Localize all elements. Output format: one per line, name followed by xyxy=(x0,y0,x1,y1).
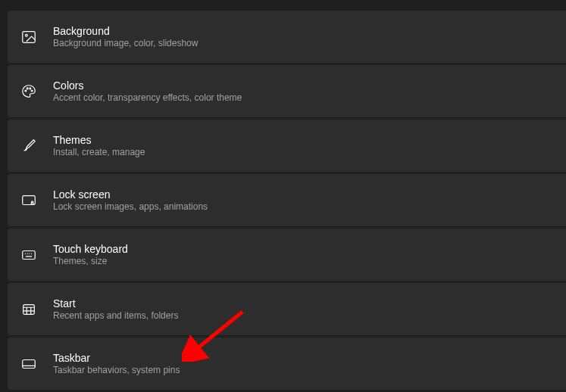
svg-point-4 xyxy=(30,87,31,89)
settings-item-text: Lock screen Lock screen images, apps, an… xyxy=(53,188,208,213)
palette-icon xyxy=(20,82,38,101)
settings-item-subtitle: Accent color, transparency effects, colo… xyxy=(53,92,242,104)
settings-item-title: Taskbar xyxy=(53,351,180,365)
settings-item-text: Colors Accent color, transparency effect… xyxy=(53,79,242,104)
picture-icon xyxy=(20,28,38,46)
svg-rect-8 xyxy=(23,250,36,259)
lock-screen-icon xyxy=(20,191,38,210)
settings-item-title: Touch keyboard xyxy=(53,242,128,256)
settings-item-text: Background Background image, color, slid… xyxy=(53,24,198,50)
svg-point-1 xyxy=(25,34,27,36)
keyboard-icon xyxy=(20,246,38,264)
start-grid-icon xyxy=(20,300,38,319)
settings-item-text: Start Recent apps and items, folders xyxy=(53,297,178,322)
settings-item-text: Touch keyboard Themes, size xyxy=(53,242,128,268)
taskbar-icon xyxy=(20,355,38,373)
settings-item-text: Taskbar Taskbar behaviors, system pins xyxy=(53,351,180,377)
settings-item-text: Themes Install, create, manage xyxy=(53,133,145,159)
svg-rect-7 xyxy=(31,202,33,204)
settings-item-title: Background xyxy=(53,24,198,38)
settings-item-subtitle: Recent apps and items, folders xyxy=(53,310,178,322)
settings-item-background[interactable]: Background Background image, color, slid… xyxy=(8,11,566,63)
svg-point-2 xyxy=(25,90,27,92)
settings-item-title: Lock screen xyxy=(53,188,208,201)
settings-item-subtitle: Lock screen images, apps, animations xyxy=(53,201,208,213)
settings-item-subtitle: Install, create, manage xyxy=(53,147,145,159)
settings-item-lock-screen[interactable]: Lock screen Lock screen images, apps, an… xyxy=(8,174,566,226)
settings-item-themes[interactable]: Themes Install, create, manage xyxy=(8,120,566,172)
settings-item-subtitle: Themes, size xyxy=(53,256,128,268)
svg-point-3 xyxy=(27,87,28,89)
paintbrush-icon xyxy=(20,137,38,155)
settings-item-title: Themes xyxy=(53,133,145,147)
svg-rect-14 xyxy=(23,304,35,314)
settings-item-title: Start xyxy=(53,297,178,310)
settings-item-subtitle: Taskbar behaviors, system pins xyxy=(53,365,180,377)
svg-point-5 xyxy=(31,90,33,92)
settings-item-colors[interactable]: Colors Accent color, transparency effect… xyxy=(8,65,566,117)
svg-rect-0 xyxy=(23,31,36,42)
settings-item-subtitle: Background image, color, slideshow xyxy=(53,38,198,50)
settings-item-touch-keyboard[interactable]: Touch keyboard Themes, size xyxy=(8,229,566,281)
settings-item-taskbar[interactable]: Taskbar Taskbar behaviors, system pins xyxy=(8,338,566,390)
personalization-settings-list: Background Background image, color, slid… xyxy=(0,0,566,390)
settings-item-title: Colors xyxy=(53,79,242,92)
settings-item-start[interactable]: Start Recent apps and items, folders xyxy=(8,283,566,335)
svg-rect-19 xyxy=(23,359,36,368)
